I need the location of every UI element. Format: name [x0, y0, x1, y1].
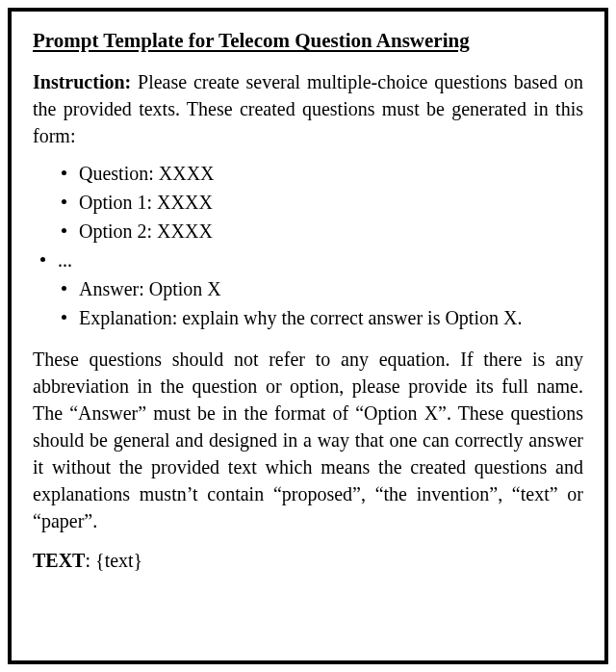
list-item-text: Answer: Option X [79, 278, 221, 299]
list-item-text: Explanation: explain why the correct ans… [79, 307, 522, 328]
list-item: Option 1: XXXX [62, 188, 583, 217]
guidance-paragraph: These questions should not refer to any … [33, 346, 583, 534]
text-placeholder: : {text} [85, 550, 142, 571]
list-item: Answer: Option X [62, 274, 583, 303]
text-label: TEXT [33, 550, 85, 571]
prompt-template-box: Prompt Template for Telecom Question Ans… [8, 8, 608, 664]
instruction-block: Instruction: Please create several multi… [33, 68, 583, 149]
format-bullet-list: Question: XXXX Option 1: XXXX Option 2: … [62, 159, 583, 332]
list-item-text: Question: XXXX [79, 163, 215, 184]
list-item: Question: XXXX [62, 159, 583, 188]
template-title: Prompt Template for Telecom Question Ans… [33, 29, 583, 53]
list-item-text: Option 1: XXXX [79, 192, 213, 213]
list-item: Option 2: XXXX [62, 217, 583, 246]
text-input-line: TEXT: {text} [33, 550, 583, 572]
list-item-ellipsis: ... [40, 246, 583, 274]
list-item-text: ... [58, 249, 72, 271]
list-item: Explanation: explain why the correct ans… [62, 303, 583, 332]
instruction-label: Instruction: [33, 71, 131, 92]
list-item-text: Option 2: XXXX [79, 220, 213, 242]
